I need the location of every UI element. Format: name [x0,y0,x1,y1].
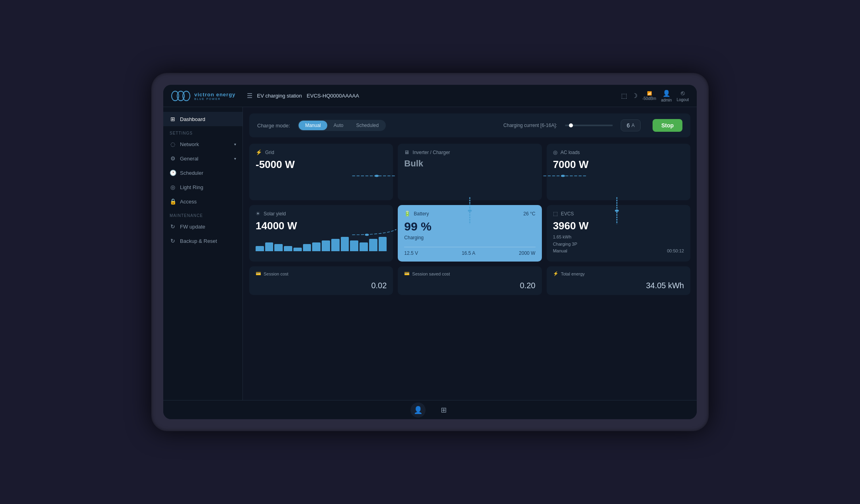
ac-loads-value: 7000 W [553,158,684,171]
battery-footer: 12.5 V 16.5 A 2000 W [404,247,535,256]
header-station-id: EVCS-HQ0000AAAAA [307,93,359,99]
sidebar-item-scheduler[interactable]: 🕐 Scheduler [163,166,242,180]
sidebar-item-dashboard[interactable]: ⊞ Dashboard [163,112,242,126]
network-arrow: ▾ [234,142,236,147]
session-saved-header: 💳 Session saved cost [404,271,535,276]
theme-btn[interactable]: ☽ [632,92,637,100]
solar-bar [284,246,292,252]
evcs-title: EVCS [561,211,574,217]
session-saved-value: 0.20 [404,281,535,290]
general-label: General [180,156,198,162]
session-cost-label: Session cost [264,272,288,276]
battery-voltage: 12.5 V [404,250,418,256]
user-btn[interactable]: 👤 admin [661,90,672,102]
ac-loads-card: ◎ AC loads 7000 W [547,144,690,200]
solar-bar [303,244,311,251]
network-icon: ◌ [170,141,176,147]
general-icon: ⚙ [170,155,176,162]
inverter-card: 🖥 Inverter / Charger Bulk [398,144,541,200]
grid-title: Grid [265,150,274,155]
access-label: Access [180,199,197,205]
logo-icon [171,90,190,102]
logo-area: victron energy BLUE POWER [171,90,236,102]
bottom-cards-row: 💳 Session cost 0.02 💳 Session saved cost… [249,266,690,295]
slider-dot [569,123,573,127]
total-energy-label: Total energy [561,272,585,276]
inverter-title: Inverter / Charger [412,150,450,155]
flow-diagram-container: ⚡ Grid -5000 W 🖥 Inverter / Charger Bul [249,144,690,262]
svg-point-2 [183,91,190,101]
battery-status: Charging [404,235,535,240]
app-container: victron energy BLUE POWER ☰ EV charging … [163,85,697,419]
total-energy-card: ⚡ Total energy 34.05 kWh [547,266,690,295]
signal-db: -50dBm [642,96,656,101]
solar-bar [312,242,321,252]
nav-grid-icon[interactable]: ⊞ [438,402,450,418]
cards-grid: ⚡ Grid -5000 W 🖥 Inverter / Charger Bul [249,144,690,262]
header-station-label: EV charging station [257,93,302,99]
evcs-card: ⬚ EVCS 3960 W 1.65 kWh Charging 3P Manua… [547,205,690,262]
solar-card: ☀ Solar yield 14000 W [249,205,393,262]
evcs-header: ⬚ EVCS [553,211,684,217]
brand-name: victron energy [194,92,236,98]
sidebar-item-backup[interactable]: ↻ Backup & Reset [163,234,242,248]
solar-bar [379,237,387,251]
logout-btn[interactable]: ⎋ Logout [676,90,689,102]
dashboard-label: Dashboard [180,116,205,122]
screenshot-btn[interactable]: ⬚ [621,92,627,100]
solar-chart [256,235,387,251]
inverter-icon: 🖥 [404,149,409,155]
current-unit: A [631,123,635,128]
total-energy-icon: ⚡ [553,271,559,276]
evcs-kwh: 1.65 kWh [553,234,684,241]
brand-sub: BLUE POWER [194,98,236,100]
current-range-label: Charging current [6-16A]: [503,123,557,128]
solar-bar [341,237,349,251]
bottom-nav: 👤 ⊞ [163,400,697,419]
tab-auto[interactable]: Auto [327,121,350,130]
solar-bar [369,239,377,252]
sidebar-item-light-ring[interactable]: ◎ Light Ring [163,180,242,194]
evcs-icon: ⬚ [553,211,558,217]
evcs-time: 00:50:12 [667,248,684,255]
slider-track [565,125,613,126]
grid-icon: ⚡ [256,149,262,155]
session-cost-icon: 💳 [256,271,261,276]
solar-bar [350,240,358,251]
solar-bar [293,248,302,251]
ac-loads-header: ◎ AC loads [553,149,684,155]
light-ring-label: Light Ring [180,184,203,190]
content-area: Charge mode: Manual Auto Scheduled Charg… [243,107,697,400]
session-cost-card: 💳 Session cost 0.02 [249,266,393,295]
solar-value: 14000 W [256,220,387,232]
current-slider[interactable] [565,125,613,126]
total-energy-value: 34.05 kWh [553,281,684,290]
light-ring-icon: ◎ [170,184,176,190]
battery-current: 16.5 A [462,250,475,256]
current-value: 6 [627,122,630,129]
session-cost-value: 0.02 [256,281,387,290]
main-layout: ⊞ Dashboard SETTINGS ◌ Network ▾ ⚙ Gener… [163,107,697,400]
charge-mode-label: Charge mode: [257,123,290,129]
grid-value: -5000 W [256,158,387,171]
tab-manual[interactable]: Manual [299,121,327,130]
battery-power: 2000 W [519,250,535,256]
solar-header: ☀ Solar yield [256,211,387,217]
battery-icon: 🔋 [404,211,410,217]
nav-user-icon[interactable]: 👤 [410,402,426,418]
solar-bar [274,244,283,251]
solar-bar [331,239,340,252]
svg-point-0 [172,91,179,101]
wifi-status: 📶 -50dBm [642,91,656,101]
tab-scheduled[interactable]: Scheduled [350,121,385,130]
sidebar-item-access[interactable]: 🔒 Access [163,194,242,209]
stop-button[interactable]: Stop [653,119,682,132]
total-energy-header: ⚡ Total energy [553,271,684,276]
menu-icon[interactable]: ☰ [247,92,252,100]
ac-loads-icon: ◎ [553,149,557,155]
svg-point-1 [177,91,184,101]
sidebar: ⊞ Dashboard SETTINGS ◌ Network ▾ ⚙ Gener… [163,107,243,400]
sidebar-item-network[interactable]: ◌ Network ▾ [163,137,242,151]
sidebar-item-fw-update[interactable]: ↻ FW update [163,219,242,234]
sidebar-item-general[interactable]: ⚙ General ▾ [163,151,242,166]
